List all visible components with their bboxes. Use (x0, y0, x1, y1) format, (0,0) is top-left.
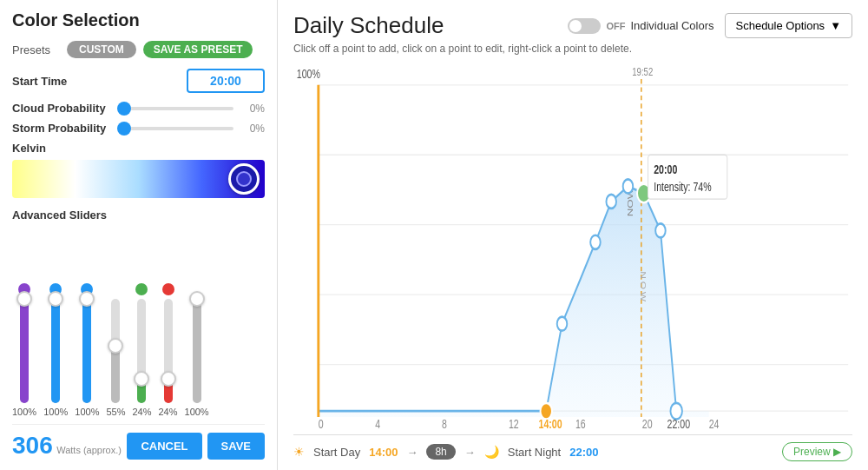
schedule-options-button[interactable]: Schedule Options ▼ (725, 13, 853, 38)
watts-number: 306 (12, 432, 53, 459)
svg-text:8: 8 (442, 417, 447, 432)
cancel-button[interactable]: CANCEL (127, 433, 201, 460)
right-header: Daily Schedule OFF Individual Colors Sch… (293, 12, 852, 39)
vslider-pct-6: 24% (158, 407, 177, 417)
toggle-label: OFF (606, 21, 625, 31)
start-night-label: Start Night (508, 446, 561, 459)
chart-point-18[interactable] (606, 195, 616, 209)
vslider-handle-2[interactable] (48, 291, 63, 307)
svg-text:100%: 100% (297, 66, 320, 81)
watts-display: 306 Watts (approx.) (12, 432, 127, 460)
vslider-pct-3: 100% (75, 407, 99, 417)
vslider-handle-4[interactable] (108, 338, 123, 354)
toggle-knob (569, 20, 582, 32)
presets-row: Presets CUSTOM SAVE AS PRESET (12, 41, 265, 58)
vslider-track-1[interactable] (20, 299, 29, 403)
svg-text:14:00: 14:00 (539, 417, 562, 432)
svg-marker-14 (319, 186, 709, 416)
vslider-handle-7[interactable] (189, 291, 205, 307)
vslider-track-7[interactable] (193, 299, 201, 403)
start-night-time: 22:00 (569, 446, 598, 459)
vslider-handle-1[interactable] (16, 291, 32, 307)
left-panel: Color Selection Presets CUSTOM SAVE AS P… (0, 0, 278, 470)
chart-point-17[interactable] (590, 235, 601, 249)
save-button[interactable]: SAVE (207, 433, 265, 460)
presets-custom-button[interactable]: CUSTOM (67, 41, 136, 58)
svg-text:NOW: NOW (639, 271, 647, 303)
panel-title: Color Selection (12, 10, 265, 30)
vslider-col-5: 24% (132, 283, 151, 417)
bottom-bar: 306 Watts (approx.) CANCEL SAVE (12, 424, 265, 460)
presets-label: Presets (12, 43, 60, 56)
start-day-label: Start Day (313, 446, 360, 459)
vslider-col-6: 24% (158, 283, 177, 417)
vslider-dot-6 (162, 283, 174, 295)
svg-text:20:00: 20:00 (654, 162, 677, 176)
start-day-time: 14:00 (369, 446, 398, 459)
individual-colors-row: OFF Individual Colors (568, 18, 713, 34)
vslider-track-6[interactable] (164, 299, 173, 403)
vslider-pct-4: 55% (106, 407, 125, 417)
instruction-text: Click off a point to add, click on a poi… (293, 43, 852, 55)
cloud-probability-label: Cloud Probability (12, 102, 116, 115)
sun-icon: ☀ (293, 445, 305, 459)
advanced-sliders-title: Advanced Sliders (12, 209, 265, 222)
cloud-probability-value: 0% (239, 103, 265, 115)
vslider-track-3[interactable] (82, 299, 91, 403)
vslider-dot-5 (135, 283, 148, 295)
svg-text:19:52: 19:52 (632, 64, 653, 77)
duration-pill: 8h (426, 444, 455, 460)
vslider-track-2[interactable] (51, 299, 60, 403)
start-time-input[interactable] (187, 69, 265, 93)
svg-text:16: 16 (575, 417, 586, 432)
schedule-options-chevron-icon: ▼ (830, 19, 841, 32)
moon-icon: 🌙 (484, 445, 499, 459)
start-time-row: Start Time (12, 69, 265, 93)
vslider-pct-7: 100% (185, 407, 209, 417)
storm-probability-row: Storm Probability 0% (12, 122, 265, 135)
storm-probability-track[interactable] (122, 127, 233, 130)
vslider-pct-5: 24% (132, 407, 151, 417)
svg-text:12: 12 (509, 417, 519, 432)
storm-probability-value: 0% (239, 122, 265, 135)
chart-point-15[interactable] (557, 317, 568, 331)
vslider-handle-3[interactable] (79, 291, 95, 307)
schedule-chart[interactable]: 100% 0 4 8 12 16 20 24 (293, 62, 852, 434)
vslider-track-4[interactable] (111, 299, 120, 403)
vslider-handle-6[interactable] (161, 371, 176, 387)
vslider-col-1: 100% (12, 283, 36, 417)
bottom-schedule-bar: ☀ Start Day 14:00 → 8h → 🌙 Start Night 2… (293, 435, 852, 461)
start-time-label: Start Time (12, 75, 116, 88)
schedule-options-label: Schedule Options (736, 19, 825, 32)
vslider-col-7: 100% (185, 299, 209, 417)
preview-button[interactable]: Preview ▶ (782, 442, 852, 461)
vslider-col-3: 100% (75, 283, 99, 417)
svg-text:0: 0 (319, 417, 324, 432)
chart-point-19[interactable] (623, 179, 634, 193)
cloud-probability-track[interactable] (122, 107, 233, 110)
individual-colors-toggle[interactable] (568, 18, 601, 34)
vslider-pct-1: 100% (12, 407, 36, 417)
chart-point-21[interactable] (655, 223, 666, 237)
kelvin-bar[interactable] (12, 160, 265, 198)
vslider-col-2: 100% (43, 283, 68, 417)
svg-text:4: 4 (375, 417, 380, 432)
kelvin-thumb[interactable] (228, 163, 260, 195)
vslider-col-4: 55% (106, 299, 125, 417)
right-title: Daily Schedule (293, 12, 568, 39)
vslider-handle-5[interactable] (134, 371, 149, 387)
arrow-right: → (406, 446, 418, 459)
vslider-pct-2: 100% (43, 407, 68, 417)
presets-save-button[interactable]: SAVE AS PRESET (143, 41, 253, 58)
chart-area[interactable]: 100% 0 4 8 12 16 20 24 (293, 62, 852, 435)
svg-text:22:00: 22:00 (667, 417, 690, 432)
kelvin-thumb-inner (236, 171, 252, 187)
svg-text:20: 20 (642, 417, 653, 432)
cloud-probability-row: Cloud Probability 0% (12, 102, 265, 115)
vslider-track-5[interactable] (137, 299, 146, 403)
svg-text:24: 24 (709, 417, 720, 432)
individual-colors-label: Individual Colors (630, 19, 713, 32)
watts-label: Watts (approx.) (56, 445, 122, 455)
kelvin-section: Kelvin (12, 142, 265, 198)
kelvin-label: Kelvin (12, 142, 265, 155)
